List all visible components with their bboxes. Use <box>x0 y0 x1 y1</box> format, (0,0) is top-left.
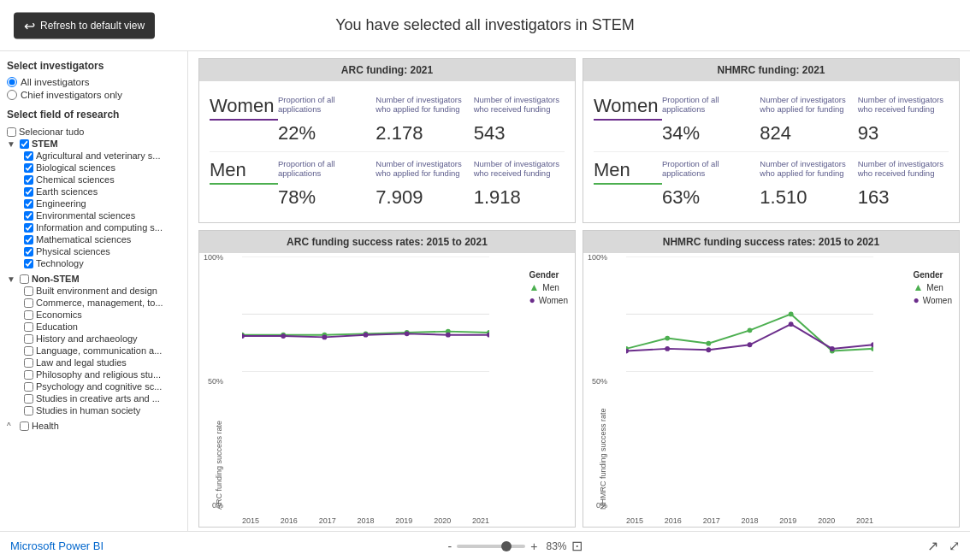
power-bi-link[interactable]: Microsoft Power BI <box>10 539 104 552</box>
arc-card-header: ARC funding: 2021 <box>199 59 575 81</box>
arc-women-row: Women Proportion of all applications 22%… <box>210 88 565 151</box>
stem-label: STEM <box>32 139 58 149</box>
non-stem-child-psychology[interactable]: Psychology and cognitive sc... <box>24 380 180 392</box>
radio-all-investigators[interactable]: All investigators <box>7 77 180 87</box>
non-stem-child-human-society[interactable]: Studies in human society <box>24 404 180 416</box>
stem-child-environmental[interactable]: Environmental sciences <box>24 209 180 221</box>
nhmrc-women-stats: Proportion of all applications 34% Numbe… <box>662 95 949 144</box>
radio-chief-label: Chief investigators only <box>21 90 122 100</box>
stem-child-physical[interactable]: Physical sciences <box>24 245 180 257</box>
cards-row: ARC funding: 2021 Women Proportion of al… <box>188 51 970 227</box>
non-stem-child-creative[interactable]: Studies in creative arts and ... <box>24 392 180 404</box>
nhmrc-chart-svg <box>626 256 873 372</box>
selecionar-tudo-checkbox[interactable] <box>7 127 16 137</box>
stem-tree-root: ▼ STEM Agricultural and veterinary s... … <box>7 138 180 269</box>
non-stem-child-education[interactable]: Education <box>24 321 180 333</box>
health-tree-root: ^ Health <box>7 420 180 432</box>
non-stem-child-history[interactable]: History and archaeology <box>24 333 180 345</box>
non-stem-child-economics[interactable]: Economics <box>24 309 180 321</box>
arc-x-axis: 2015 2016 2017 2018 2019 2020 2021 <box>242 516 489 525</box>
arc-women-stat-received: Number of investigators who received fun… <box>474 95 565 144</box>
fullscreen-button[interactable]: ⤢ <box>949 538 960 554</box>
stem-item[interactable]: ▼ STEM <box>7 138 180 150</box>
non-stem-child-language[interactable]: Language, communication a... <box>24 345 180 357</box>
radio-chief-investigators[interactable]: Chief investigators only <box>7 90 180 100</box>
non-stem-toggle[interactable]: ▼ <box>7 274 17 284</box>
arc-men-legend-icon: ▲ <box>529 281 539 293</box>
selecionar-tudo-label: Selecionar tudo <box>19 127 84 137</box>
arc-men-proportion-label: Proportion of all applications <box>278 159 369 183</box>
fit-page-button[interactable]: ⊡ <box>571 538 583 554</box>
stem-child-agricultural[interactable]: Agricultural and veterinary s... <box>24 150 180 162</box>
nhmrc-women-applied-label: Number of investigators who applied for … <box>760 95 850 119</box>
stem-children: Agricultural and veterinary s... Biologi… <box>7 150 180 269</box>
refresh-label: Refresh to default view <box>40 20 145 32</box>
nhmrc-women-proportion-value: 34% <box>662 122 753 144</box>
arc-women-received-label: Number of investigators who received fun… <box>474 95 565 119</box>
arc-women-stat-proportion: Proportion of all applications 22% <box>278 95 369 144</box>
selecionar-tudo-item[interactable]: Selecionar tudo <box>7 126 180 138</box>
nhmrc-chart-legend: Gender ▲ Men ● Women <box>913 270 952 307</box>
zoom-slider-thumb[interactable] <box>501 541 512 551</box>
nhmrc-x-axis: 2015 2016 2017 2018 2019 2020 2021 <box>626 516 873 525</box>
arc-women-applied-label: Number of investigators who applied for … <box>376 95 466 119</box>
health-checkbox[interactable] <box>20 421 29 431</box>
stem-checkbox[interactable] <box>20 139 29 149</box>
refresh-button[interactable]: ↩ Refresh to default view <box>14 12 155 38</box>
nhmrc-men-label: Men <box>594 159 662 185</box>
svg-point-14 <box>405 331 410 336</box>
svg-point-23 <box>748 327 753 333</box>
zoom-slider-track[interactable] <box>457 545 525 548</box>
nhmrc-card-body: Women Proportion of all applications 34%… <box>583 81 959 222</box>
stem-child-engineering[interactable]: Engineering <box>24 197 180 209</box>
nhmrc-men-proportion-label: Proportion of all applications <box>662 159 753 183</box>
share-button[interactable]: ↗ <box>927 538 938 554</box>
nhmrc-women-applied-value: 824 <box>760 122 850 144</box>
zoom-plus-button[interactable]: + <box>530 539 537 553</box>
top-bar: ↩ Refresh to default view You have selec… <box>0 0 970 51</box>
arc-men-row: Men Proportion of all applications 78% N… <box>210 151 565 215</box>
nhmrc-legend-men: ▲ Men <box>913 281 952 293</box>
non-stem-child-commerce[interactable]: Commerce, management, to... <box>24 297 180 309</box>
zoom-minus-button[interactable]: - <box>448 539 452 553</box>
health-item[interactable]: ^ Health <box>7 420 180 432</box>
arc-funding-card: ARC funding: 2021 Women Proportion of al… <box>198 58 576 223</box>
nhmrc-men-stat-proportion: Proportion of all applications 63% <box>662 159 753 209</box>
svg-point-30 <box>748 342 753 347</box>
arc-legend-women: ● Women <box>529 294 568 306</box>
nhmrc-women-stat-received: Number of investigators who received fun… <box>858 95 949 144</box>
nhmrc-women-proportion-label: Proportion of all applications <box>662 95 753 119</box>
non-stem-checkbox[interactable] <box>20 274 29 284</box>
arc-men-applied-label: Number of investigators who applied for … <box>376 159 466 183</box>
arc-women-received-value: 543 <box>474 122 565 144</box>
nhmrc-men-received-label: Number of investigators who received fun… <box>858 159 949 183</box>
arc-women-stat-applied: Number of investigators who applied for … <box>376 95 466 144</box>
stem-child-biological[interactable]: Biological sciences <box>24 162 180 174</box>
nhmrc-funding-card: NHMRC funding: 2021 Women Proportion of … <box>583 58 960 223</box>
non-stem-item[interactable]: ▼ Non-STEM <box>7 273 180 285</box>
stem-child-mathematical[interactable]: Mathematical sciences <box>24 233 180 245</box>
stem-child-earth[interactable]: Earth sciences <box>24 186 180 197</box>
svg-point-22 <box>706 341 711 346</box>
arc-y-label: ARC funding success rate <box>215 256 223 510</box>
nhmrc-men-stats: Proportion of all applications 63% Numbe… <box>662 159 949 209</box>
arc-chart-svg <box>242 256 489 372</box>
arc-women-stats: Proportion of all applications 22% Numbe… <box>278 95 565 144</box>
non-stem-child-philosophy[interactable]: Philosophy and religious stu... <box>24 368 180 380</box>
arc-card-body: Women Proportion of all applications 22%… <box>199 81 575 222</box>
arc-chart-card: ARC funding success rates: 2015 to 2021 … <box>198 230 576 528</box>
non-stem-children: Built environment and design Commerce, m… <box>7 285 180 416</box>
non-stem-child-built[interactable]: Built environment and design <box>24 285 180 297</box>
zoom-value: 83% <box>546 540 566 552</box>
stem-toggle[interactable]: ▼ <box>7 139 17 149</box>
nhmrc-legend-title: Gender <box>913 270 952 280</box>
stem-child-ict[interactable]: Information and computing s... <box>24 221 180 233</box>
nhmrc-women-stat-proportion: Proportion of all applications 34% <box>662 95 753 144</box>
sidebar: Select investigators All investigators C… <box>0 51 188 531</box>
non-stem-child-law[interactable]: Law and legal studies <box>24 357 180 368</box>
refresh-icon: ↩ <box>24 17 35 33</box>
stem-child-technology[interactable]: Technology <box>24 257 180 269</box>
stem-child-chemical[interactable]: Chemical sciences <box>24 174 180 186</box>
health-toggle[interactable]: ^ <box>7 421 17 431</box>
radio-all-label: All investigators <box>21 77 90 87</box>
